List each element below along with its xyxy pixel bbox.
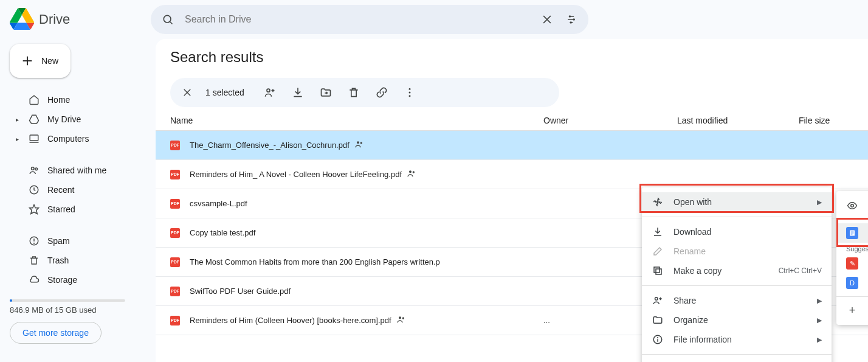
svg-point-24	[408, 92, 410, 94]
col-name[interactable]: Name	[170, 116, 543, 125]
sidebar-item-home[interactable]: Home	[10, 90, 148, 110]
info-icon	[652, 333, 664, 346]
pdf-icon: PDF	[170, 170, 180, 179]
move-icon[interactable]	[319, 85, 333, 100]
trash-icon	[28, 254, 40, 266]
ctx-organize[interactable]: Organize ▶	[642, 310, 832, 330]
clock-icon	[28, 184, 40, 196]
svg-point-26	[357, 141, 359, 144]
link-icon[interactable]	[374, 85, 389, 100]
chevron-right-icon: ▶	[817, 316, 822, 324]
page-title: Search results	[156, 49, 868, 73]
svg-point-23	[408, 88, 410, 90]
file-row[interactable]: PDFReminders of Him_ A Novel - Colleen H…	[156, 160, 868, 189]
svg-point-29	[413, 171, 415, 173]
sub-connect[interactable]: + Connect more apps	[836, 301, 868, 320]
share-icon	[652, 294, 664, 307]
sidebar-item-computers[interactable]: ▸ Computers	[10, 129, 148, 148]
new-button-label: New	[41, 56, 58, 66]
shared-icon	[407, 169, 416, 180]
ctx-share[interactable]: Share ▶	[642, 291, 832, 310]
col-owner[interactable]: Owner	[543, 116, 677, 125]
delete-icon[interactable]	[346, 85, 361, 100]
search-icon[interactable]	[160, 12, 175, 27]
dochub-icon: D	[846, 277, 858, 289]
shared-icon	[354, 139, 364, 151]
col-size[interactable]: File size	[799, 116, 853, 125]
open-with-submenu: Preview Google Docs Suggested apps ✎ Lum…	[836, 191, 868, 325]
ctx-open-with[interactable]: Open with ▶	[642, 192, 832, 212]
svg-point-28	[409, 170, 412, 173]
new-button[interactable]: New	[10, 44, 71, 78]
sub-lumin[interactable]: ✎ Lumin PDF - Edit or Sign Documents	[836, 254, 868, 273]
search-bar[interactable]	[151, 5, 588, 34]
close-selection-icon[interactable]	[180, 85, 195, 100]
file-name: Reminders of Him (Colleen Hoover) [books…	[190, 315, 543, 326]
app-name: Drive	[39, 12, 70, 27]
rename-icon	[652, 245, 664, 257]
table-header: Name Owner Last modified File size	[156, 112, 868, 131]
eye-icon	[846, 200, 858, 211]
sidebar-item-spam[interactable]: Spam	[10, 231, 148, 251]
chevron-right-icon: ▶	[817, 198, 822, 206]
sidebar-item-my-drive[interactable]: ▸ My Drive	[10, 110, 148, 129]
chevron-right-icon: ▸	[13, 116, 21, 123]
content-area: Search results 1 selected Name Owner Las…	[156, 39, 868, 362]
svg-point-11	[32, 167, 35, 170]
svg-line-1	[170, 22, 173, 24]
download-icon[interactable]	[291, 85, 305, 100]
file-name: csvsample-L.pdf	[190, 199, 543, 208]
svg-rect-32	[656, 269, 661, 274]
pdf-icon: PDF	[170, 287, 180, 296]
svg-rect-9	[30, 135, 38, 141]
file-name: The Most Common Habits from more than 20…	[190, 257, 543, 266]
sidebar-item-shared[interactable]: Shared with me	[10, 161, 148, 180]
svg-point-5	[573, 18, 575, 20]
file-row[interactable]: PDFThe_Charm_Offensive_-_Alison_Cochrun.…	[156, 131, 868, 160]
svg-point-6	[570, 21, 572, 23]
svg-marker-14	[30, 205, 39, 214]
ctx-download[interactable]: Download	[642, 222, 832, 242]
sidebar-item-trash[interactable]: Trash	[10, 251, 148, 270]
open-with-icon	[652, 196, 664, 208]
search-input[interactable]	[185, 14, 530, 25]
sidebar-item-storage[interactable]: Storage	[10, 270, 148, 290]
spam-icon	[28, 235, 40, 247]
pdf-icon: PDF	[170, 228, 180, 238]
svg-rect-33	[654, 267, 660, 273]
shared-icon	[396, 315, 406, 326]
ctx-remove[interactable]: Remove	[642, 360, 832, 362]
pdf-icon: PDF	[170, 141, 180, 150]
file-name: SwifToo PDF User Guide.pdf	[190, 287, 543, 296]
star-icon	[28, 203, 40, 215]
svg-point-4	[569, 15, 571, 17]
svg-point-25	[408, 95, 410, 97]
sidebar-item-starred[interactable]: Starred	[10, 200, 148, 219]
ctx-make-copy[interactable]: Make a copy Ctrl+C Ctrl+V	[642, 261, 832, 280]
col-modified[interactable]: Last modified	[677, 116, 799, 125]
chevron-right-icon: ▸	[13, 136, 21, 142]
sub-preview[interactable]: Preview	[836, 196, 868, 215]
file-name: Reminders of Him_ A Novel - Colleen Hoov…	[190, 169, 543, 180]
svg-point-39	[658, 338, 658, 338]
more-icon[interactable]	[402, 85, 417, 100]
filter-icon[interactable]	[564, 12, 579, 27]
sub-google-docs[interactable]: Google Docs	[836, 223, 868, 243]
sub-dochub[interactable]: D DocHub - PDF Sign and Edit	[836, 273, 868, 293]
chevron-right-icon: ▶	[817, 336, 822, 344]
clear-icon[interactable]	[540, 12, 554, 27]
topbar: Drive	[0, 0, 868, 39]
lumin-icon: ✎	[846, 257, 858, 270]
computer-icon	[28, 133, 40, 145]
download-icon	[652, 226, 664, 238]
get-storage-button[interactable]: Get more storage	[10, 322, 102, 344]
drive-icon	[28, 113, 40, 125]
sidebar-item-recent[interactable]: Recent	[10, 180, 148, 200]
ctx-file-info[interactable]: File information ▶	[642, 330, 832, 349]
ctx-rename: Rename	[642, 242, 832, 261]
pdf-icon: PDF	[170, 316, 180, 325]
logo-area[interactable]: Drive	[10, 7, 146, 33]
pdf-icon: PDF	[170, 257, 180, 267]
suggested-apps-header: Suggested apps	[836, 243, 868, 254]
share-icon[interactable]	[263, 85, 277, 100]
